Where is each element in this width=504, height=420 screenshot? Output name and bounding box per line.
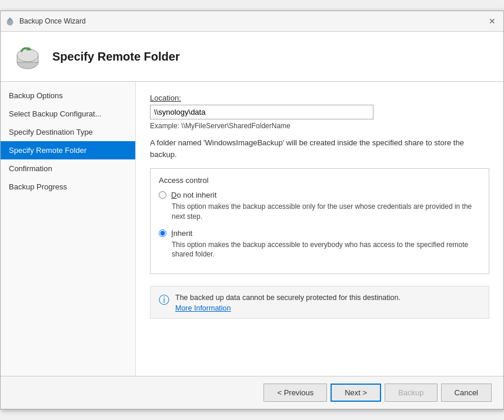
title-bar: Backup Once Wizard ✕ <box>1 11 503 32</box>
location-input[interactable] <box>150 105 373 119</box>
wizard-header: Specify Remote Folder <box>1 32 503 82</box>
main-panel: Location: Example: \\MyFileServer\Shared… <box>136 82 503 376</box>
svg-marker-1 <box>8 17 12 20</box>
previous-button[interactable]: < Previous <box>263 384 327 402</box>
access-control-box: Access control Do not inherit This optio… <box>150 168 489 274</box>
svg-point-4 <box>17 49 38 62</box>
close-button[interactable]: ✕ <box>486 15 499 28</box>
title-bar-left: Backup Once Wizard <box>5 16 86 26</box>
warning-text: The backed up data cannot be securely pr… <box>175 292 400 304</box>
radio-desc-inherit: This option makes the backup accessible … <box>172 240 480 260</box>
window-title: Backup Once Wizard <box>19 17 86 25</box>
header-icon <box>12 41 43 72</box>
radio-desc-do-not-inherit: This option makes the backup accessible … <box>172 202 480 222</box>
wizard-footer: < Previous Next > Backup Cancel <box>1 376 503 409</box>
radio-do-not-inherit[interactable] <box>159 191 166 199</box>
content-area: Backup Options Select Backup Configurat.… <box>1 82 503 376</box>
radio-label-inherit: Inherit <box>171 229 192 238</box>
info-banner: ⓘ The backed up data cannot be securely … <box>150 286 489 319</box>
radio-option-inherit: Inherit This option makes the backup acc… <box>159 229 480 260</box>
radio-option-do-not-inherit: Do not inherit This option makes the bac… <box>159 191 480 222</box>
info-banner-content: The backed up data cannot be securely pr… <box>175 292 400 312</box>
sidebar-item-confirmation[interactable]: Confirmation <box>1 159 135 178</box>
backup-button[interactable]: Backup <box>385 384 437 402</box>
location-label: Location: <box>150 94 489 102</box>
sidebar-item-backup-options[interactable]: Backup Options <box>1 86 135 105</box>
sidebar-item-specify-destination-type[interactable]: Specify Destination Type <box>1 123 135 141</box>
location-example: Example: \\MyFileServer\SharedFolderName <box>150 122 489 130</box>
radio-row-do-not-inherit: Do not inherit <box>159 191 480 199</box>
location-field-group: Location: Example: \\MyFileServer\Shared… <box>150 94 489 130</box>
access-control-title: Access control <box>159 176 480 185</box>
sidebar-item-backup-progress[interactable]: Backup Progress <box>1 178 135 196</box>
wizard-window: Backup Once Wizard ✕ Specify Remote Fold… <box>0 11 504 409</box>
radio-row-inherit: Inherit <box>159 229 480 238</box>
window-icon <box>5 16 15 26</box>
more-info-link[interactable]: More Information <box>175 304 231 312</box>
folder-info-text: A folder named 'WindowsImageBackup' will… <box>150 137 489 160</box>
radio-label-do-not-inherit: Do not inherit <box>171 191 216 199</box>
info-icon: ⓘ <box>159 293 169 307</box>
radio-inherit[interactable] <box>159 229 166 237</box>
sidebar-item-specify-remote-folder[interactable]: Specify Remote Folder <box>1 141 135 159</box>
next-button[interactable]: Next > <box>331 384 381 402</box>
sidebar: Backup Options Select Backup Configurat.… <box>1 82 136 376</box>
cancel-button[interactable]: Cancel <box>441 384 492 402</box>
page-title: Specify Remote Folder <box>52 50 180 64</box>
sidebar-item-select-backup-config[interactable]: Select Backup Configurat... <box>1 105 135 123</box>
